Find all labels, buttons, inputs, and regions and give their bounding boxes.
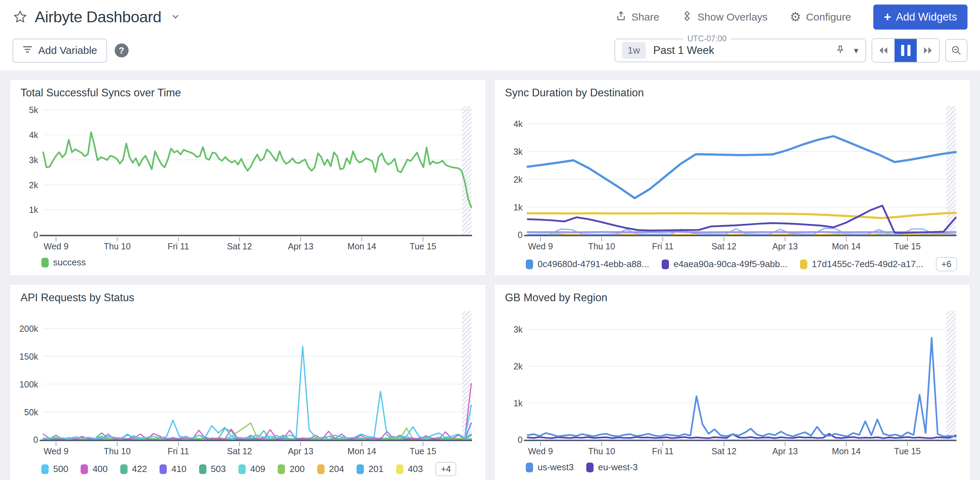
series-line xyxy=(528,213,956,218)
x-axis-tick-label: Sat 12 xyxy=(711,446,737,456)
chart-canvas[interactable]: 01k2k3k4kWed 9Thu 10Fri 11Sat 12Apr 13Mo… xyxy=(495,103,970,256)
legend-item[interactable]: 0c49680d-4791-4ebb-a88... xyxy=(526,259,649,270)
y-axis-tick-label: 150k xyxy=(19,352,38,361)
header-actions: Share Show Overlays ⚙ Configure + Add Wi… xyxy=(616,5,967,30)
legend-label: e4aea90a-90ca-49f5-9abb... xyxy=(673,259,788,270)
legend-swatch xyxy=(356,464,364,474)
legend-item[interactable]: 200 xyxy=(278,464,304,474)
pause-button[interactable] xyxy=(894,39,917,62)
y-axis-tick-label: 200k xyxy=(19,324,38,333)
legend-more-badge[interactable]: +4 xyxy=(436,462,457,476)
legend-item[interactable]: 204 xyxy=(317,464,344,474)
show-overlays-button[interactable]: Show Overlays xyxy=(681,10,768,24)
legend-label: 500 xyxy=(53,464,68,474)
legend-label: 200 xyxy=(290,464,304,474)
legend-item[interactable]: eu-west-3 xyxy=(586,462,638,473)
series-line xyxy=(528,338,956,437)
chart-plot[interactable]: 050k100k150k200kWed 9Thu 10Fri 11Sat 12A… xyxy=(13,309,479,461)
legend-item[interactable]: e4aea90a-90ca-49f5-9abb... xyxy=(662,259,788,270)
x-axis-tick-label: Thu 10 xyxy=(103,446,130,456)
legend-item[interactable]: us-west3 xyxy=(526,462,574,473)
add-variable-button[interactable]: Add Variable xyxy=(13,38,107,62)
caret-down-icon[interactable]: ▾ xyxy=(854,45,858,56)
forward-button[interactable] xyxy=(917,39,939,62)
time-picker-icons: ▾ xyxy=(835,45,858,56)
y-axis-tick-label: 2k xyxy=(513,361,523,371)
series-line xyxy=(528,206,956,233)
x-axis-tick-label: Sat 12 xyxy=(227,241,252,251)
y-axis-tick-label: 0 xyxy=(33,435,38,445)
legend-item[interactable]: 201 xyxy=(356,464,383,474)
x-axis-tick-label: Wed 9 xyxy=(43,446,68,456)
chart-plot[interactable]: 01k2k3k4k5kWed 9Thu 10Fri 11Sat 12Apr 13… xyxy=(13,104,479,256)
x-axis-tick-label: Mon 14 xyxy=(832,241,861,251)
time-range-chip[interactable]: 1w xyxy=(622,42,646,59)
chart-canvas[interactable]: 050k100k150k200kWed 9Thu 10Fri 11Sat 12A… xyxy=(10,308,485,461)
pin-icon[interactable] xyxy=(835,45,845,56)
filter-icon xyxy=(22,44,33,57)
widget-title: GB Moved by Region xyxy=(495,284,970,308)
legend-swatch xyxy=(120,464,127,474)
help-icon[interactable]: ? xyxy=(115,43,129,57)
x-axis-tick-label: Apr 13 xyxy=(772,241,797,251)
x-axis-tick-label: Fri 11 xyxy=(167,241,189,251)
legend-item[interactable]: 403 xyxy=(396,464,423,474)
x-axis-tick-label: Wed 9 xyxy=(43,241,68,251)
legend-swatch xyxy=(526,260,533,269)
legend-label: 410 xyxy=(171,464,186,474)
y-axis-tick-label: 1k xyxy=(513,398,523,408)
chart-plot[interactable]: 01k2k3kWed 9Thu 10Fri 11Sat 12Apr 13Mon … xyxy=(497,309,963,461)
legend-swatch xyxy=(199,464,207,474)
time-range-picker[interactable]: UTC-07:00 1w Past 1 Week ▾ xyxy=(614,38,866,62)
chart-legend: 0c49680d-4791-4ebb-a88...e4aea90a-90ca-4… xyxy=(495,256,970,276)
legend-swatch xyxy=(41,464,49,474)
y-axis-tick-label: 2k xyxy=(513,175,523,184)
legend-item[interactable]: 422 xyxy=(120,464,147,474)
add-widgets-button[interactable]: + Add Widgets xyxy=(873,5,967,30)
legend-label: 201 xyxy=(368,464,383,474)
legend-item[interactable]: 400 xyxy=(81,464,107,474)
playback-controls xyxy=(872,38,940,62)
time-range-label: Past 1 Week xyxy=(653,44,714,57)
legend-swatch xyxy=(239,464,246,474)
x-axis-tick-label: Tue 15 xyxy=(894,446,921,456)
chart-plot[interactable]: 01k2k3k4kWed 9Thu 10Fri 11Sat 12Apr 13Mo… xyxy=(497,104,963,256)
configure-button[interactable]: ⚙ Configure xyxy=(790,11,851,23)
x-axis-tick-label: Tue 15 xyxy=(894,241,921,251)
legend-item[interactable]: 17d1455c-7ed5-49d2-a17... xyxy=(800,259,923,270)
legend-label: 0c49680d-4791-4ebb-a88... xyxy=(538,259,649,270)
x-axis-tick-label: Mon 14 xyxy=(832,446,861,456)
x-axis-tick-label: Tue 15 xyxy=(410,446,436,456)
chart-legend: 500400422410503409200204201403+4 xyxy=(10,461,485,480)
legend-swatch xyxy=(662,260,669,269)
x-axis-tick-label: Tue 15 xyxy=(410,241,436,251)
legend-item[interactable]: 500 xyxy=(41,464,68,474)
y-axis-tick-label: 0 xyxy=(518,435,523,445)
legend-item[interactable]: success xyxy=(41,257,86,268)
rewind-button[interactable] xyxy=(872,39,894,62)
legend-swatch xyxy=(586,462,593,472)
legend-swatch xyxy=(278,464,285,474)
pause-icon xyxy=(901,45,910,56)
zoom-out-button[interactable] xyxy=(945,39,967,62)
legend-item[interactable]: 410 xyxy=(159,464,186,474)
legend-swatch xyxy=(159,464,167,474)
chart-canvas[interactable]: 01k2k3kWed 9Thu 10Fri 11Sat 12Apr 13Mon … xyxy=(495,308,970,461)
share-button[interactable]: Share xyxy=(616,10,659,24)
share-icon xyxy=(616,10,627,24)
y-axis-tick-label: 0 xyxy=(518,230,523,240)
title-chevron-down-icon[interactable] xyxy=(170,11,181,23)
legend-label: success xyxy=(53,257,86,268)
legend-more-badge[interactable]: +6 xyxy=(936,257,957,271)
x-axis-tick-label: Wed 9 xyxy=(528,446,553,456)
widget-title: Sync Duration by Destination xyxy=(495,80,970,103)
y-axis-tick-label: 50k xyxy=(24,407,38,417)
widget-api-requests: API Requests by Status 050k100k150k200kW… xyxy=(10,284,486,480)
series-line xyxy=(528,136,956,198)
favorite-star-icon[interactable] xyxy=(13,10,28,25)
legend-item[interactable]: 503 xyxy=(199,464,226,474)
chart-canvas[interactable]: 01k2k3k4k5kWed 9Thu 10Fri 11Sat 12Apr 13… xyxy=(10,103,485,256)
gear-icon: ⚙ xyxy=(790,11,801,23)
y-axis-tick-label: 5k xyxy=(29,105,38,115)
legend-item[interactable]: 409 xyxy=(239,464,265,474)
